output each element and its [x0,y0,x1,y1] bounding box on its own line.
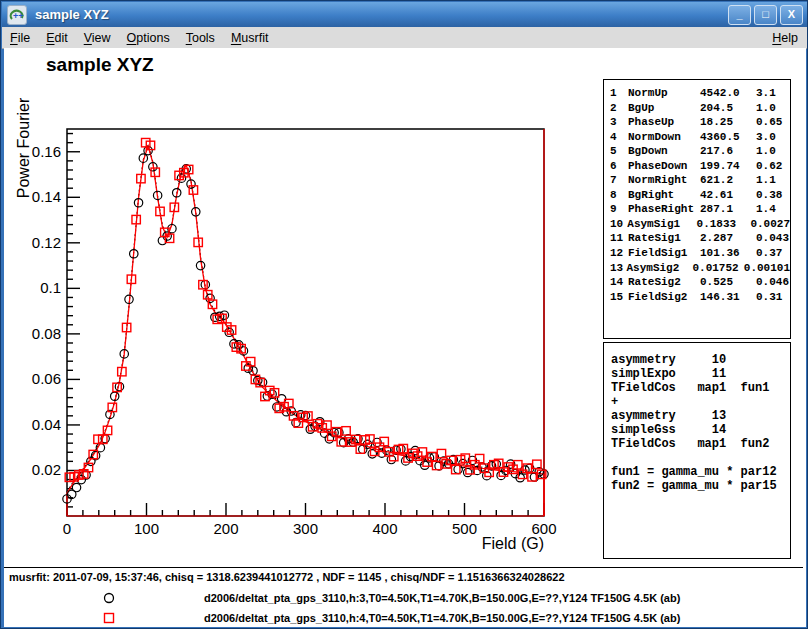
data-point-circle [454,465,462,473]
svg-text:++: ++ [13,11,24,21]
param-pn: 8 [610,188,628,203]
data-point-circle [359,445,367,453]
legend-square-marker [100,609,118,627]
param-perr: 0.0027 [750,217,790,232]
param-pn: 11 [610,231,628,246]
param-pn: 1 [610,86,628,101]
param-perr: 0.043 [756,231,790,246]
fit-info-line: musrfit: 2011-07-09, 15:37:46, chisq = 1… [9,571,565,583]
param-perr: 1.4 [756,202,790,217]
param-row: 14RateSig20.5250.046 [610,275,790,290]
root-app-icon: ++ [7,5,27,25]
param-pname: RateSig2 [628,275,700,290]
x-axis-label: Field (G) [482,535,544,552]
theory-line: simpleGss 14 [611,423,790,437]
y-tick-label: 0.08 [32,325,61,342]
param-pn: 3 [610,115,628,130]
y-tick-label: 0.1 [40,279,61,296]
param-row: 13AsymSig20.017520.00101 [610,261,790,276]
theory-line: asymmetry 10 [611,353,790,367]
x-tick-label: 0 [63,520,71,537]
close-button[interactable]: X [780,5,803,25]
param-perr: 0.00101 [744,261,790,276]
minimize-button[interactable]: _ [728,5,751,25]
param-pval: 621.2 [700,173,756,188]
param-pname: PhaseUp [628,115,700,130]
param-perr: 1.0 [756,144,790,159]
theory-line: fun2 = gamma_mu * par15 [611,479,790,493]
menu-item-musrfit[interactable]: Musrfit [223,29,277,47]
window-title: sample XYZ [35,7,109,22]
parameter-stats-box: 1NormUp4542.03.12BgUp204.51.03PhaseUp18.… [603,79,791,339]
param-pname: FieldSig1 [628,246,700,261]
param-perr: 0.31 [756,290,790,305]
param-perr: 0.37 [756,246,790,261]
param-pval: 146.31 [700,290,756,305]
param-pn: 12 [610,246,628,261]
param-row: 6PhaseDown199.740.62 [610,159,790,174]
param-perr: 1.1 [756,173,790,188]
param-pn: 5 [610,144,628,159]
param-pn: 2 [610,101,628,116]
param-row: 8BgRight42.610.38 [610,188,790,203]
legend-label: d2006/deltat_pta_gps_3110,h:3,T0=4.50K,T… [204,592,680,604]
y-tick-label: 0.06 [32,370,61,387]
param-pname: BgDown [628,144,700,159]
x-tick-label: 300 [293,520,318,537]
param-pval: 4542.0 [700,86,756,101]
param-row: 4NormDown4360.53.0 [610,130,790,145]
theory-line: + [611,395,790,409]
param-row: 7NormRight621.21.1 [610,173,790,188]
menu-item-tools[interactable]: Tools [178,29,223,47]
data-point-circle [72,483,80,491]
param-pname: NormUp [628,86,700,101]
param-pval: 4360.5 [700,130,756,145]
theory-line: simplExpo 11 [611,367,790,381]
app-window: ++ sample XYZ _ □ X FileEditViewOptionsT… [0,0,808,629]
param-row: 2BgUp204.51.0 [610,101,790,116]
menu-item-options[interactable]: Options [119,29,178,47]
theory-line: TFieldCos map1 fun1 [611,381,790,395]
y-tick-label: 0.12 [32,234,61,251]
param-perr: 3.0 [756,130,790,145]
param-pval: 217.6 [700,144,756,159]
x-tick-label: 500 [452,520,477,537]
param-perr: 3.1 [756,86,790,101]
menu-item-file[interactable]: File [2,29,38,47]
param-pn: 10 [610,217,627,232]
param-pval: 0.525 [700,275,756,290]
fourier-plot[interactable]: Field (G) Power Fourier 0100200300400500… [4,48,604,568]
maximize-button[interactable]: □ [754,5,777,25]
param-pname: BgRight [628,188,700,203]
data-point-circle [497,471,505,479]
data-point-square [151,168,159,176]
plot-frame [67,129,544,516]
param-row: 5BgDown217.61.0 [610,144,790,159]
param-row: 15FieldSig2146.310.31 [610,290,790,305]
param-pname: PhaseRight [628,202,700,217]
param-row: 12FieldSig1101.360.37 [610,246,790,261]
param-pname: RateSig1 [628,231,700,246]
root-canvas: sample XYZ Field (G) Power Fourier 01002… [4,48,806,627]
legend-label: d2006/deltat_pta_gps_3110,h:4,T0=4.50K,T… [204,612,680,624]
x-tick-label: 200 [213,520,238,537]
window-titlebar[interactable]: ++ sample XYZ _ □ X [2,2,808,27]
param-pval: 0.1833 [697,217,751,232]
y-tick-label: 0.02 [32,461,61,478]
theory-box: asymmetry 10simplExpo 11TFieldCos map1 f… [603,342,791,559]
param-pn: 7 [610,173,628,188]
menu-item-view[interactable]: View [76,29,119,47]
param-row: 9PhaseRight287.11.4 [610,202,790,217]
param-pval: 101.36 [700,246,756,261]
x-tick-label: 400 [372,520,397,537]
legend-circle-marker [100,589,118,607]
menu-item-help[interactable]: Help [762,29,808,47]
param-perr: 0.046 [756,275,790,290]
param-pval: 2.287 [700,231,756,246]
theory-line [611,451,790,465]
param-perr: 0.62 [756,159,790,174]
param-pname: BgUp [628,101,700,116]
menu-item-edit[interactable]: Edit [38,29,76,47]
param-pval: 204.5 [700,101,756,116]
param-row: 1NormUp4542.03.1 [610,86,790,101]
